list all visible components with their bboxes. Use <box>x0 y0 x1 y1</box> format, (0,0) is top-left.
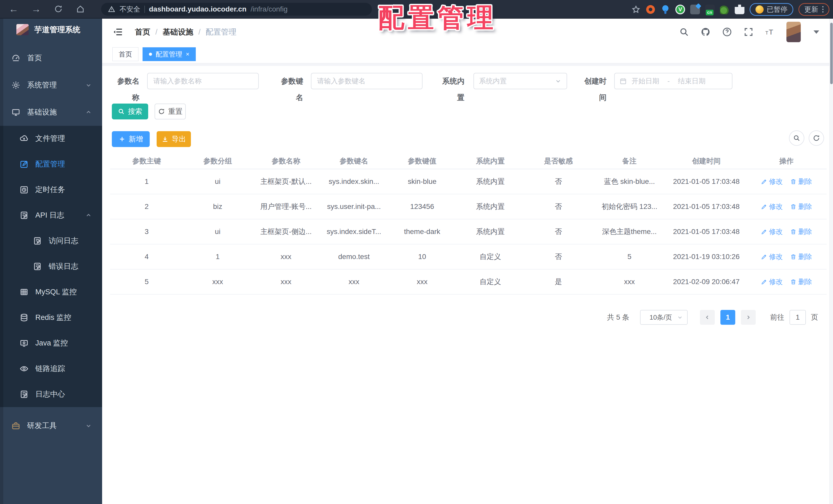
page-scrollbar[interactable] <box>829 19 833 504</box>
table-row[interactable]: 1 ui 主框架页-默认... sys.index.skin... skin-b… <box>110 169 827 194</box>
paused-badge[interactable]: 已暂停 <box>749 3 793 16</box>
bookmark-star-icon[interactable] <box>631 5 641 14</box>
sidebar-item-jobs[interactable]: 定时任务 <box>0 177 102 203</box>
address-bar[interactable]: 不安全 dashboard.yudao.iocoder.cn /infra/co… <box>101 3 372 16</box>
page-number-1[interactable]: 1 <box>720 310 735 325</box>
font-size-icon[interactable]: TT <box>765 27 775 37</box>
prev-page-button[interactable] <box>700 310 715 325</box>
table-row[interactable]: 4 1 xxx demo.test 10 自定义 否 5 2021-01-19 … <box>110 245 827 270</box>
home-icon[interactable] <box>76 4 85 14</box>
search-button[interactable]: 搜索 <box>112 104 148 120</box>
sidebar-item-redis[interactable]: Redis 监控 <box>0 305 102 330</box>
trash-icon <box>790 253 797 260</box>
extension-donut-icon[interactable] <box>646 5 656 14</box>
sidebar-item-log-center[interactable]: 日志中心 <box>0 381 102 407</box>
extension-check-icon[interactable]: V <box>675 5 685 14</box>
trash-icon <box>790 278 797 285</box>
search-icon[interactable] <box>679 27 689 37</box>
edit-link[interactable]: 修改 <box>761 177 783 186</box>
sidebar-item-error-log[interactable]: 错误日志 <box>0 254 102 279</box>
export-button-label: 导出 <box>172 134 186 144</box>
avatar-caret-icon[interactable] <box>813 30 819 34</box>
tab-config[interactable]: 配置管理 × <box>143 47 196 61</box>
back-icon[interactable]: ← <box>9 4 19 14</box>
sidebar-item-java[interactable]: Java 监控 <box>0 330 102 356</box>
forward-icon[interactable]: → <box>31 4 41 14</box>
cell-type: 自定义 <box>456 252 524 261</box>
filter-date-range[interactable]: 开始日期 - 结束日期 <box>614 73 733 89</box>
sidebar-item-files[interactable]: 文件管理 <box>0 126 102 151</box>
sidebar-item-trace[interactable]: 链路追踪 <box>0 356 102 381</box>
goto-page-input[interactable] <box>789 310 806 325</box>
extensions-puzzle-icon[interactable] <box>735 5 744 14</box>
toggle-search-button[interactable] <box>789 130 804 146</box>
filter-type-select[interactable]: 系统内置 <box>473 73 567 89</box>
refresh-table-button[interactable] <box>809 130 824 146</box>
extension-cn-icon[interactable] <box>705 5 715 14</box>
date-start-placeholder: 开始日期 <box>632 76 659 86</box>
next-page-button[interactable] <box>741 310 756 325</box>
app-logo-row[interactable]: 芋道管理系统 <box>0 19 102 41</box>
cell-group: ui <box>183 228 252 236</box>
breadcrumb-home[interactable]: 首页 <box>135 27 150 37</box>
cell-id: 4 <box>110 253 183 261</box>
sidebar-item-access-log[interactable]: 访问日志 <box>0 228 102 254</box>
sidebar-item-home[interactable]: 首页 <box>0 45 102 72</box>
cell-name: xxx <box>252 278 320 286</box>
edit-link[interactable]: 修改 <box>761 277 783 286</box>
sidebar-item-api-log[interactable]: API 日志 <box>0 203 102 228</box>
fullscreen-icon[interactable] <box>743 27 754 37</box>
delete-link[interactable]: 删除 <box>790 177 812 186</box>
cell-group: biz <box>183 203 252 211</box>
close-tab-icon[interactable]: × <box>186 51 189 57</box>
extension-leaf-icon[interactable] <box>720 5 730 14</box>
reset-button[interactable]: 重置 <box>154 104 186 120</box>
cell-group: ui <box>183 177 252 186</box>
sidebar-item-system[interactable]: 系统管理 <box>0 72 102 99</box>
github-icon[interactable] <box>700 27 711 37</box>
filter-key-input[interactable] <box>311 73 423 89</box>
edit-link[interactable]: 修改 <box>761 252 783 261</box>
calendar-icon <box>619 77 627 85</box>
delete-link[interactable]: 删除 <box>790 202 812 211</box>
user-avatar[interactable] <box>786 22 801 42</box>
column-header: 参数名称 <box>252 156 320 166</box>
scrollbar-thumb[interactable] <box>830 23 833 84</box>
sidebar-item-dev-tools[interactable]: 研发工具 <box>0 412 102 439</box>
breadcrumb-infra[interactable]: 基础设施 <box>163 27 193 37</box>
update-button[interactable]: 更新 <box>799 3 829 16</box>
browser-menu-icon[interactable] <box>822 6 824 12</box>
cell-name: xxx <box>252 253 320 261</box>
tab-home[interactable]: 首页 <box>112 47 139 61</box>
app-logo <box>16 24 29 35</box>
help-icon[interactable] <box>722 27 732 37</box>
chevron-up-icon <box>85 109 92 116</box>
table-row[interactable]: 3 ui 主框架页-侧边... sys.index.sideT... theme… <box>110 219 827 245</box>
cell-sensitive: 是 <box>524 277 592 287</box>
sidebar-item-mysql[interactable]: MySQL 监控 <box>0 279 102 305</box>
sidebar-scroll-track[interactable] <box>0 19 3 504</box>
pencil-icon <box>761 253 767 260</box>
delete-link[interactable]: 删除 <box>790 227 812 236</box>
sidebar-item-config[interactable]: 配置管理 <box>0 151 102 177</box>
edit-link[interactable]: 修改 <box>761 202 783 211</box>
add-button[interactable]: 新增 <box>112 131 150 147</box>
collapse-menu-icon[interactable] <box>112 26 124 37</box>
table-row[interactable]: 2 biz 用户管理-账号... sys.user.init-pa... 123… <box>110 194 827 219</box>
extension-grid-icon[interactable] <box>690 5 700 14</box>
delete-link[interactable]: 删除 <box>790 252 812 261</box>
delete-link[interactable]: 删除 <box>790 277 812 286</box>
sidebar-item-infra[interactable]: 基础设施 <box>0 99 102 126</box>
filter-name-label: 参数名称 <box>112 73 140 106</box>
edit-link[interactable]: 修改 <box>761 227 783 236</box>
sidebar-item-label: 配置管理 <box>35 159 65 169</box>
filter-name-input[interactable] <box>147 73 259 89</box>
cell-name: 主框架页-侧边... <box>252 227 320 236</box>
security-label: 不安全 <box>120 5 140 14</box>
export-button[interactable]: 导出 <box>157 131 191 147</box>
chevron-down-icon <box>85 82 92 89</box>
extension-pin-icon[interactable] <box>661 5 670 14</box>
reload-icon[interactable] <box>54 4 63 14</box>
page-size-select[interactable]: 10条/页 <box>640 310 688 325</box>
table-row[interactable]: 5 xxx xxx xxx xxx 自定义 是 xxx 2021-02-09 2… <box>110 270 827 295</box>
